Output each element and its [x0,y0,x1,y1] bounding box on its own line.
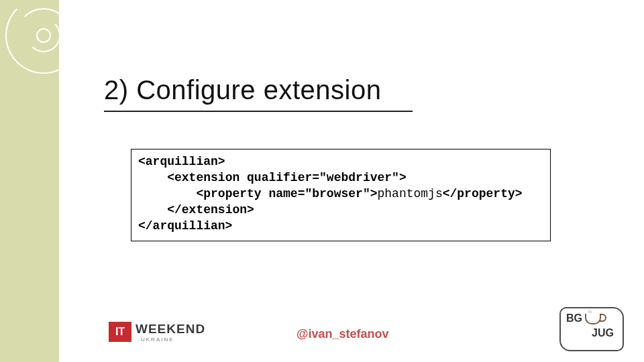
swirl-ornament [3,0,83,74]
bg-jug-logo: BG ≈ JUG [559,307,624,351]
code-token: </extension> [167,203,254,217]
it-logo-subtext: UKRAINE [141,337,174,343]
it-weekend-logo: IT WEEKEND UKRAINE [109,322,216,345]
code-token: name="browser" [268,187,370,200]
author-handle: @ivan_stefanov [297,327,389,341]
code-token: <arquillian> [138,155,225,168]
code-token: </arquillian> [138,219,232,233]
title-underline [104,111,413,112]
code-token: qualifier="webdriver" [247,171,399,184]
code-value: phantomjs [378,187,443,200]
it-logo-text: WEEKEND [136,322,205,337]
code-token: > [399,171,407,184]
code-token: </property> [443,187,523,200]
coffee-cup-icon [585,314,601,324]
it-logo-box-icon: IT [109,322,131,342]
code-block: <arquillian> <extension qualifier="webdr… [131,149,551,241]
jug-bg-text: BG [566,312,582,324]
jug-jug-text: JUG [592,327,614,339]
sidebar-decoration [0,0,59,362]
slide-title: 2) Configure extension [104,75,381,105]
code-token: <property [196,187,268,200]
code-token: > [370,187,378,200]
code-token: <extension [167,171,247,184]
